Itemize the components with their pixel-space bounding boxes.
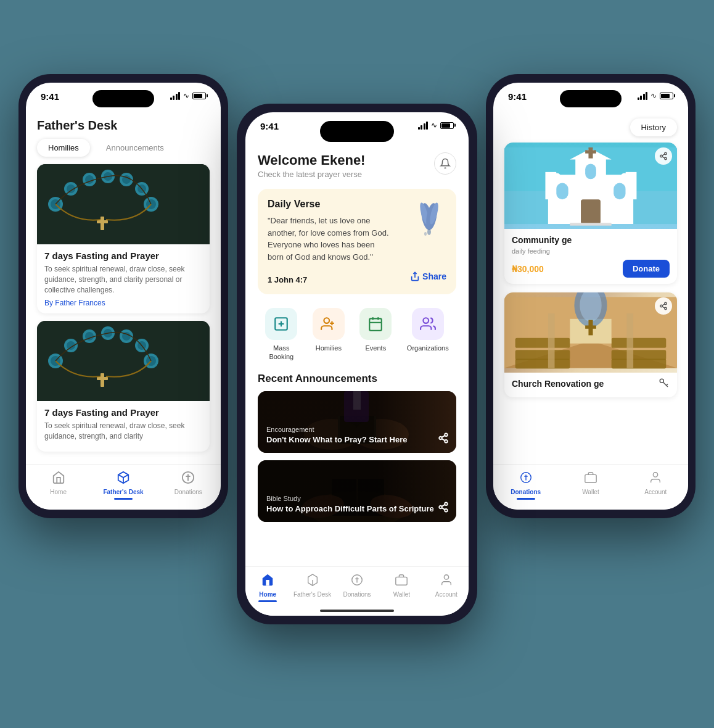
right-donation-1-title: Church Renovation ge	[512, 379, 670, 389]
left-card-0-author: By Father Frances	[44, 299, 202, 307]
tab-announcements[interactable]: Announcements	[95, 139, 175, 157]
action-homilies[interactable]: Homilies	[313, 308, 345, 362]
left-tabs-row: Homilies Announcements	[26, 139, 221, 157]
right-nav-wallet[interactable]: Wallet	[558, 471, 623, 495]
svg-rect-107	[515, 350, 570, 360]
action-events[interactable]: Events	[359, 308, 392, 362]
announcement-1-title: How to Approach Difficult Parts of Scrip…	[266, 504, 448, 515]
announcement-card-1[interactable]: Bible Study How to Approach Difficult Pa…	[258, 460, 456, 522]
tab-homilies[interactable]: Homilies	[37, 139, 90, 157]
center-bottom-nav: Home Father's Desk Donations Wallet	[245, 566, 469, 616]
svg-rect-80	[396, 577, 407, 585]
svg-point-62	[445, 433, 448, 436]
right-key-icon[interactable]	[659, 378, 670, 391]
svg-line-76	[441, 508, 445, 510]
left-nav-underline	[114, 498, 133, 500]
left-nav-donations[interactable]: Donations	[156, 471, 221, 495]
svg-point-99	[665, 152, 667, 155]
right-donation-card-0[interactable]: Community ge daily feeding ₦30,000 Donat…	[504, 143, 677, 284]
svg-point-121	[665, 307, 667, 310]
svg-point-46	[324, 318, 329, 323]
share-icon	[410, 271, 420, 281]
right-donation-0-desc: daily feeding	[512, 247, 670, 255]
right-account-icon	[649, 471, 662, 487]
svg-point-101	[665, 157, 667, 160]
svg-rect-94	[570, 223, 611, 225]
center-fathersdesk-icon	[306, 573, 319, 589]
right-nav-donations[interactable]: Donations	[493, 471, 558, 500]
svg-line-122	[662, 307, 665, 308]
announcement-0-share[interactable]	[438, 432, 449, 447]
bell-icon	[440, 158, 451, 169]
home-icon	[52, 471, 65, 487]
share-icon-1	[438, 502, 449, 513]
left-card-0[interactable]: 7 days Fasting and Prayer To seek spirit…	[37, 164, 210, 313]
announcement-0-category: Encouragement	[266, 426, 448, 433]
action-organizations[interactable]: Organizations	[407, 308, 449, 362]
left-status-icons: ∿	[170, 91, 207, 100]
right-content: History	[493, 111, 688, 510]
right-share-1[interactable]	[655, 297, 672, 315]
center-nav-wallet[interactable]: Wallet	[379, 573, 424, 598]
svg-point-64	[445, 440, 448, 443]
svg-rect-89	[585, 150, 596, 153]
announcement-1-category: Bible Study	[266, 495, 448, 502]
bell-button[interactable]	[434, 152, 456, 175]
organizations-icon-wrap	[412, 308, 444, 340]
right-donate-0-button[interactable]: Donate	[623, 260, 670, 278]
right-battery-icon	[660, 93, 673, 99]
center-nav-home-underline	[258, 600, 277, 602]
center-home-icon	[261, 573, 274, 589]
left-card-1-desc: To seek spiritual renewal, draw close, s…	[44, 421, 202, 442]
svg-point-40	[427, 229, 431, 235]
center-nav-home[interactable]: Home	[245, 573, 290, 602]
mass-booking-label: MassBooking	[269, 344, 293, 362]
right-share-0[interactable]	[655, 147, 672, 165]
left-nav-fathersdesk[interactable]: Father's Desk	[91, 471, 155, 500]
center-nav-donations-label: Donations	[343, 591, 371, 598]
center-nav-fathersdesk[interactable]: Father's Desk	[290, 573, 334, 598]
announcement-1-share[interactable]	[438, 502, 449, 516]
svg-rect-33	[97, 377, 108, 380]
fathersdesk-icon	[117, 471, 130, 487]
center-dynamic-island	[320, 121, 394, 142]
center-nav-donations[interactable]: Donations	[335, 573, 379, 598]
svg-point-124	[660, 379, 663, 383]
svg-line-103	[662, 154, 665, 155]
left-card-1-image	[37, 321, 210, 401]
left-card-0-body: 7 days Fasting and Prayer To seek spirit…	[37, 244, 210, 313]
svg-rect-49	[370, 318, 382, 331]
announcement-card-0[interactable]: Encouragement Don't Know What to Pray? S…	[258, 391, 456, 453]
action-mass-booking[interactable]: MassBooking	[265, 308, 297, 362]
left-dynamic-island	[92, 90, 154, 107]
right-donation-card-0-body: Community ge daily feeding ₦30,000 Donat…	[504, 229, 677, 284]
daily-verse-text: "Dear friends, let us love one another, …	[268, 215, 391, 263]
left-nav-home[interactable]: Home	[26, 471, 91, 495]
daily-verse-card: Daily Verse	[258, 189, 456, 294]
key-icon	[659, 378, 670, 389]
center-battery-icon	[440, 122, 454, 129]
center-nav-account[interactable]: Account	[424, 573, 469, 598]
right-nav-donations-label: Donations	[511, 489, 541, 495]
right-status-icons: ∿	[638, 91, 674, 100]
homilies-icon	[321, 316, 337, 332]
right-donation-card-1[interactable]: Church Renovation ge	[504, 292, 677, 397]
verse-share-button[interactable]: Share	[410, 271, 446, 281]
center-home-indicator	[320, 610, 394, 612]
left-status-time: 9:41	[41, 91, 59, 102]
svg-rect-91	[556, 183, 568, 200]
announcements-section-title: Recent Announcements	[245, 370, 469, 391]
announcement-1-overlay: Bible Study How to Approach Difficult Pa…	[258, 460, 456, 522]
left-card-1-body: 7 days Fasting and Prayer To seek spirit…	[37, 401, 210, 452]
left-nav-donations-label: Donations	[174, 489, 202, 495]
right-nav-wallet-label: Wallet	[582, 489, 599, 495]
left-phone: 9:41 ∿ Father's Desk Hom	[18, 74, 228, 518]
left-bottom-nav: Home Father's Desk Donations	[26, 464, 221, 510]
right-nav-account[interactable]: Account	[623, 471, 688, 495]
svg-line-102	[662, 157, 665, 158]
left-card-0-image	[37, 164, 210, 244]
svg-point-74	[439, 505, 442, 508]
right-tab-history[interactable]: History	[630, 118, 677, 136]
organizations-icon	[420, 316, 436, 332]
left-card-1[interactable]: 7 days Fasting and Prayer To seek spirit…	[37, 321, 210, 452]
